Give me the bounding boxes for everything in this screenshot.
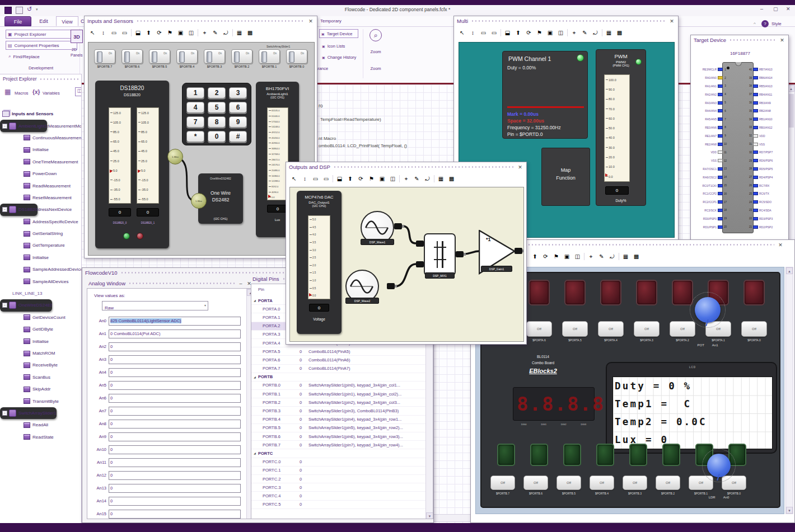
toolbar-icon[interactable]: ◫ [389, 175, 397, 183]
port-toggle-button[interactable]: Off [523, 475, 548, 490]
scroll-up-arrow[interactable]: ▲ [786, 267, 793, 274]
toolbar-icon[interactable]: ⚑ [166, 29, 174, 37]
toolbar-icon[interactable]: ▩ [447, 175, 456, 183]
toolbar-icon[interactable]: ▩ [632, 252, 640, 261]
tree-item[interactable]: − ReadState [0, 431, 82, 443]
port-toggle-button[interactable]: Off [562, 321, 588, 337]
tree-expand-icon[interactable]: − [2, 411, 7, 416]
digital-pin-row[interactable]: ◢ PORTB.0 0 SwitchArraySlider1(pin0), ke… [251, 382, 426, 390]
chip-pin[interactable]: 24 RC5/SDO [748, 198, 788, 206]
slide-switch[interactable]: On [204, 49, 225, 64]
toolbar-icon[interactable]: ↖ [290, 175, 298, 183]
toolbar-icon[interactable] [232, 29, 233, 36]
chip-pin[interactable]: 22 RD3/PSP3 [748, 214, 788, 223]
toolbar-icon[interactable] [567, 29, 568, 36]
close-icon[interactable]: ✕ [779, 37, 785, 43]
quick-menu-arrow-icon[interactable]: ▾ [36, 7, 38, 12]
tree-item[interactable]: − ReceiveByte [0, 359, 82, 371]
tree-item[interactable]: − GetDeviceCount [0, 312, 82, 323]
keypad-key[interactable]: * [186, 131, 204, 142]
inputs-titlebar[interactable]: Inputs and Sensors ✕ [85, 16, 317, 26]
analog-window-titlebar[interactable]: Analog Window – ✕ [86, 279, 255, 288]
toolbar-icon[interactable]: ⚑ [367, 175, 376, 183]
toolbar-icon[interactable] [584, 253, 584, 260]
ribbon-icon-lists-toggle[interactable]: ▣Icon Lists [320, 41, 347, 50]
toolbar-icon[interactable]: ⚑ [535, 29, 544, 37]
toolbar-icon[interactable] [434, 175, 434, 182]
tree-expand-icon[interactable]: − [2, 124, 7, 129]
toolbar-icon[interactable]: ▭ [490, 29, 498, 37]
board-vertical-scrollbar[interactable]: ▲ ▼ [785, 267, 793, 514]
tree-item[interactable]: − SwitchArraySlider1 [0, 407, 57, 419]
ribbon-change-history-toggle[interactable]: ▣Change History [320, 53, 358, 62]
toolbar-icon[interactable]: ⚑ [552, 252, 560, 261]
toolbar-icon[interactable]: ▭ [322, 175, 330, 183]
tree-item[interactable]: − MatchROM [0, 347, 82, 359]
zoom-button-label[interactable]: Zoom [367, 49, 384, 54]
toolbar-icon[interactable]: ↖ [88, 29, 97, 37]
restore-button[interactable]: ▢ [773, 6, 778, 12]
chip-pin[interactable]: RA5/AN5 7 [692, 115, 728, 124]
digital-pin-row[interactable]: ◢ PORTC.5 0 [251, 501, 426, 509]
toolbar-icon[interactable] [602, 29, 602, 36]
chip-pin[interactable]: RE0/AN6 8 [692, 124, 728, 132]
port-toggle-button[interactable]: Off [634, 321, 660, 337]
chip-pin[interactable]: 39 RB6/AN14 [748, 74, 788, 82]
toolbar-icon[interactable]: ▣ [378, 175, 386, 183]
digital-pin-row[interactable]: ◢ PORTB.5 0 SwitchArraySlider1(pin5), ke… [251, 424, 426, 432]
chip-pin[interactable]: 27 RD4/PSP4 [748, 173, 788, 181]
target-device-titlebar[interactable]: Target Device ✕ [691, 35, 788, 45]
ribbon-collapse-caret[interactable]: ^ [754, 21, 756, 26]
toolbar-icon[interactable]: ⟳ [525, 29, 533, 37]
close-button[interactable]: ✕ [786, 6, 791, 12]
minimize-icon[interactable]: – [238, 281, 243, 286]
toolbar-icon[interactable]: ▭ [110, 29, 118, 37]
digital-pin-row[interactable]: ◢ PORTC [251, 449, 426, 458]
toolbar-icon[interactable]: ⌖ [570, 29, 578, 37]
chip-pin[interactable]: 34 RB1/AN10 [748, 115, 788, 124]
tree-item[interactable]: − SkipAddr [0, 383, 82, 395]
close-icon[interactable]: ✕ [777, 242, 784, 248]
channel-value-input[interactable]: 0 [109, 497, 241, 506]
chip-pin[interactable]: 38 RB5/AN13 [748, 82, 788, 91]
toolbar-icon[interactable]: ↕ [99, 29, 107, 37]
digital-pin-row[interactable]: ◢ PORTB.7 0 SwitchArraySlider1(pin7), ke… [251, 441, 426, 449]
slide-switch[interactable]: On [286, 49, 307, 64]
ribbon-3d-button[interactable]: 3D [71, 30, 83, 43]
toolbar-icon[interactable]: ▣ [546, 29, 554, 37]
toolbar-icon[interactable]: ▣ [563, 252, 571, 261]
digital-pin-row[interactable]: ◢ PORTB.2 0 SwitchArraySlider1(pin2), ke… [251, 398, 426, 407]
chip-pin[interactable]: 35 RB2/AN8 [748, 107, 788, 115]
toolbar-icon[interactable] [198, 29, 198, 36]
minimize-button[interactable]: – [760, 6, 763, 12]
tree-item[interactable]: − ContinuousMeasurement [0, 132, 82, 144]
toolbar-icon[interactable]: ⤾ [608, 252, 616, 261]
chip-pin[interactable]: RA4/AN4 6 [692, 107, 728, 115]
chip-pin[interactable]: RC0/T1CKI 15 [692, 181, 728, 190]
toolbar-icon[interactable] [619, 253, 619, 260]
tree-item[interactable]: − GetTemperature [0, 239, 82, 251]
map-function-component[interactable]: Map Function [541, 148, 590, 206]
toolbar-icon[interactable]: ↕ [301, 175, 309, 183]
channel-value-input[interactable]: 0 [109, 484, 241, 493]
toolbar-icon[interactable] [131, 29, 132, 36]
toolbar-icon[interactable]: ↕ [469, 29, 477, 37]
chip-pin[interactable]: 29 RD6/PSP6 [748, 157, 788, 165]
digital-pin-row[interactable]: ◢ PORTB.6 0 SwitchArraySlider1(pin6), ke… [251, 432, 426, 441]
toolbar-icon[interactable]: ↖ [458, 29, 466, 37]
toolbar-icon[interactable]: ◫ [187, 29, 195, 37]
tree-item[interactable]: − Initialise [0, 252, 82, 263]
variables-icon[interactable]: {x} [32, 89, 40, 95]
chip-pin[interactable]: 32 VDD [748, 131, 788, 140]
outputs-titlebar[interactable]: Outputs and DSP ✕ [286, 162, 526, 172]
toolbar-icon[interactable] [501, 29, 501, 36]
mcp47x6-dac-component[interactable]: MCP47x6 DAC DAC_Output1 (I2C CH2) 5.04.5… [297, 191, 342, 334]
pwm-channel1-component[interactable]: PWM Channel 1 Duty = 0.00% Mark = 0.00us… [502, 51, 588, 139]
tree-item[interactable]: − ReadAll [0, 419, 82, 431]
channel-value-input[interactable]: 0 [109, 368, 241, 377]
tree-item[interactable]: − Initialise [0, 144, 82, 156]
port-toggle-button[interactable]: Off [670, 321, 695, 337]
toolbar-icon[interactable]: ⬆ [144, 29, 153, 37]
toolbar-icon[interactable]: ✎ [413, 175, 421, 183]
tree-item[interactable]: − GetSerialString [0, 228, 82, 239]
